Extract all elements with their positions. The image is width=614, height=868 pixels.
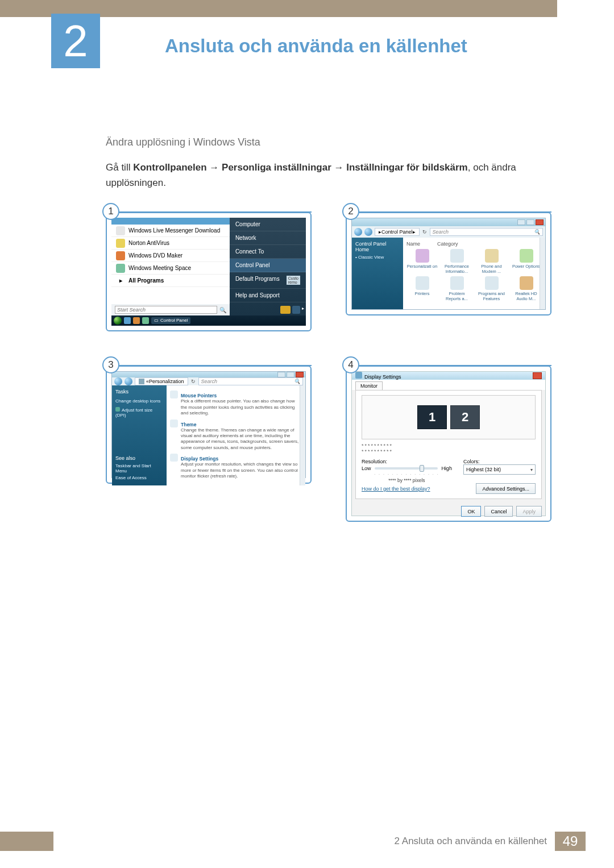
cp-item[interactable]: Phone and Modem ...	[476, 249, 507, 274]
right-item-control-panel[interactable]: Control Panel	[230, 259, 306, 272]
power-icon[interactable]	[280, 306, 291, 314]
start-item-label: Windows DVD Maker	[128, 252, 182, 259]
forward-button[interactable]	[125, 377, 132, 385]
right-item[interactable]: Default ProgramsCusto remo	[230, 272, 306, 289]
sidebar-link[interactable]: • Classic View	[355, 255, 400, 260]
sidebar-link[interactable]: Ease of Access	[115, 475, 163, 480]
breadcrumb[interactable]: ▸ Control Panel ▸	[375, 228, 420, 236]
cp-item-label: Performance Informatio...	[441, 264, 472, 274]
start-search-input[interactable]	[115, 306, 217, 314]
minimize-button[interactable]	[277, 372, 285, 377]
controls-row: Resolution: Low High · · · · · · · · · ·…	[362, 459, 536, 483]
tab-row: Monitor	[352, 380, 545, 390]
meeting-icon	[116, 264, 125, 273]
cancel-button[interactable]: Cancel	[484, 506, 513, 517]
scrollbar[interactable]	[540, 238, 545, 309]
monitor-arrangement[interactable]: 1 2	[362, 395, 536, 439]
cp-item[interactable]: Power Options	[511, 249, 542, 274]
right-item[interactable]: Connect To	[230, 245, 306, 259]
right-item[interactable]: Network	[230, 231, 306, 245]
sidebar-link[interactable]: Taskbar and Start Menu	[115, 463, 163, 474]
cp-item[interactable]: Realtek HD Audio M...	[511, 276, 542, 301]
cp-items-grid: Personalizati on Performance Informatio.…	[406, 249, 542, 301]
resolution-label: Resolution:	[362, 459, 452, 464]
close-button[interactable]	[533, 372, 542, 379]
sidebar-link[interactable]: Adjust font size (DPI)	[115, 407, 163, 418]
resolution-slider[interactable]	[375, 467, 438, 470]
maximize-button[interactable]	[526, 219, 534, 225]
search-field[interactable]: Search🔍	[430, 228, 543, 236]
search-icon: 🔍	[534, 229, 540, 235]
close-button[interactable]	[296, 372, 304, 377]
sidebar-header: Control Panel Home	[355, 241, 400, 252]
search-field[interactable]: Search🔍	[198, 377, 303, 385]
back-button[interactable]	[354, 228, 362, 236]
chevron-right-icon[interactable]: ▸	[302, 306, 304, 314]
col-category[interactable]: Category	[437, 241, 458, 247]
messenger-icon	[116, 226, 125, 235]
slider-thumb[interactable]	[420, 465, 424, 472]
dvdmaker-icon	[116, 251, 125, 260]
path-part-0: Kontrollpanelen	[133, 162, 219, 173]
all-programs[interactable]: ▸All Programs	[111, 275, 230, 287]
item-title: Mouse Pointers	[181, 393, 302, 398]
maximize-button[interactable]	[287, 372, 294, 377]
taskbar-icon[interactable]	[133, 317, 140, 324]
dialog-buttons: OK Cancel Apply	[352, 502, 545, 520]
lock-icon[interactable]	[292, 306, 300, 314]
right-item[interactable]: Help and Support	[230, 289, 306, 302]
right-item-label: Control Panel	[235, 262, 270, 268]
personalization-item[interactable]: Mouse Pointers Pick a different mouse po…	[170, 391, 302, 417]
tab-monitor[interactable]: Monitor	[355, 381, 383, 390]
cp-item[interactable]: Problem Reports a...	[441, 276, 472, 301]
folder-icon: ▭	[154, 318, 159, 323]
help-link[interactable]: How do I get the best display?	[362, 486, 430, 492]
badge-rule	[358, 211, 551, 213]
minimize-button[interactable]	[517, 219, 525, 225]
sidebar: Control Panel Home • Classic View	[352, 238, 403, 309]
start-item[interactable]: Windows Meeting Space	[111, 262, 230, 275]
refresh-icon[interactable]: ↻	[422, 229, 428, 235]
cp-item[interactable]: Printers	[406, 276, 438, 301]
column-headers: Name Category	[406, 241, 542, 247]
shot-frame-2: ▸ Control Panel ▸ ↻ Search🔍 Control Pane…	[346, 212, 551, 315]
apply-button[interactable]: Apply	[516, 506, 542, 517]
all-programs-label: All Programs	[128, 277, 164, 284]
start-item[interactable]: Windows DVD Maker	[111, 250, 230, 262]
forward-button[interactable]	[364, 228, 372, 236]
left-gutter: 2	[0, 17, 51, 57]
colors-label: Colors:	[463, 459, 536, 464]
start-item[interactable]: Norton AntiVirus	[111, 237, 230, 250]
sidebar-footer-header: See also	[115, 455, 163, 461]
start-item[interactable]: Windows Live Messenger Download	[111, 225, 230, 237]
norton-icon	[116, 239, 125, 248]
taskbar-icon[interactable]	[142, 317, 149, 324]
back-button[interactable]	[114, 377, 122, 385]
start-menu: Windows Live Messenger Download Norton A…	[111, 218, 306, 315]
col-name[interactable]: Name	[406, 241, 420, 247]
monitor-name-line2: **********	[362, 448, 536, 454]
cp-item[interactable]: Performance Informatio...	[441, 249, 472, 274]
right-item[interactable]: Computer	[230, 218, 306, 231]
personalization-item[interactable]: Display Settings Adjust your monitor res…	[170, 454, 302, 480]
start-orb-icon[interactable]	[114, 317, 122, 325]
monitor-1[interactable]: 1	[417, 405, 447, 429]
programs-icon	[485, 276, 499, 290]
refresh-icon[interactable]: ↻	[190, 379, 196, 384]
sidebar-link[interactable]: Change desktop icons	[115, 398, 163, 404]
breadcrumb[interactable]: « Personalization	[135, 377, 188, 385]
monitor-2[interactable]: 2	[450, 405, 480, 429]
taskbar-button[interactable]: ▭Control Panel	[151, 317, 190, 324]
right-item-label: Default Programs	[235, 276, 280, 285]
cp-item[interactable]: Personalizati on	[406, 249, 438, 274]
realtek-icon	[520, 276, 533, 290]
personalization-item[interactable]: Theme Change the theme. Themes can chang…	[170, 420, 302, 452]
cp-item[interactable]: Programs and Features	[476, 276, 507, 301]
scrollbar[interactable]	[300, 385, 305, 485]
ok-button[interactable]: OK	[461, 506, 481, 517]
window-body: Tasks Change desktop icons Adjust font s…	[112, 385, 305, 485]
close-button[interactable]	[536, 219, 544, 225]
colors-dropdown[interactable]: Highest (32 bit) ▾	[463, 464, 536, 475]
taskbar-icon[interactable]	[124, 317, 131, 324]
advanced-settings-button[interactable]: Advanced Settings...	[476, 483, 536, 494]
